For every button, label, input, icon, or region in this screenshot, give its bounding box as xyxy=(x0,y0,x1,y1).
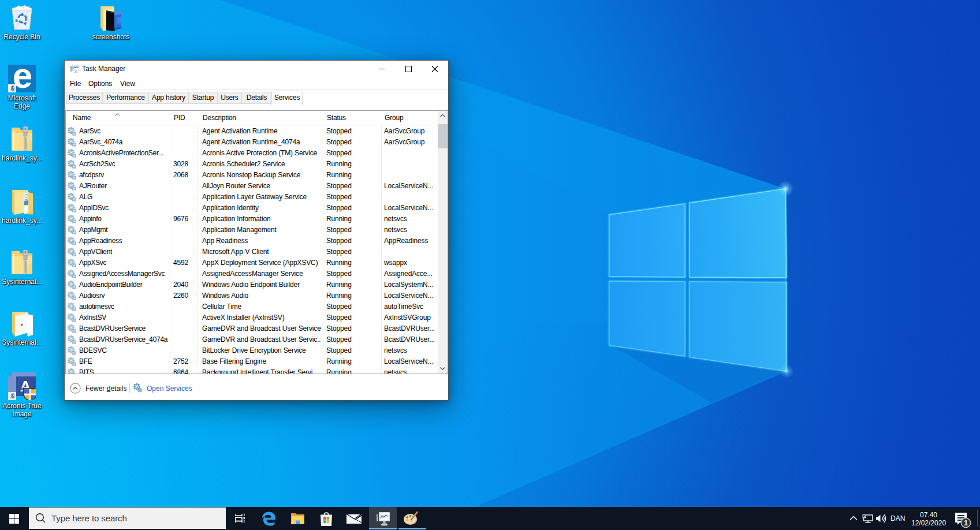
svg-text:1: 1 xyxy=(964,519,968,527)
